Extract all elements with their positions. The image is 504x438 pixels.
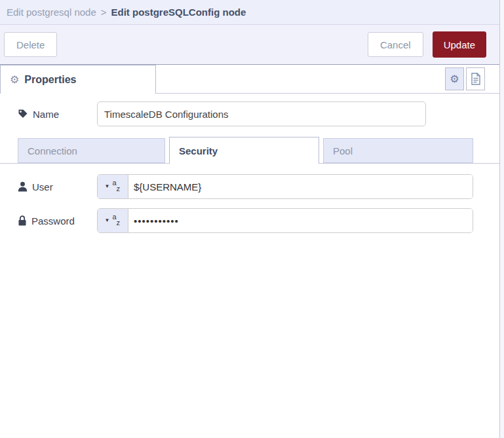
chevron-down-icon: ▼ xyxy=(105,218,110,223)
update-button[interactable]: Update xyxy=(433,31,486,58)
edit-tray: Edit postgresql node > Edit postgreSQLCo… xyxy=(0,0,500,438)
editor-tab-strip: ⚙ Properties ⚙ xyxy=(0,65,499,94)
gear-icon: ⚙ xyxy=(450,73,459,85)
lock-icon xyxy=(18,215,27,226)
name-input[interactable] xyxy=(97,101,426,126)
password-row: Password ▼ a z xyxy=(18,208,499,233)
section-tabs: Connection Security Pool xyxy=(0,137,499,164)
document-icon xyxy=(471,73,481,85)
password-typed-input: ▼ a z xyxy=(97,208,473,233)
tab-connection[interactable]: Connection xyxy=(18,138,165,163)
user-label: User xyxy=(18,181,97,192)
chevron-down-icon: ▼ xyxy=(105,184,110,189)
password-input[interactable] xyxy=(128,209,473,232)
description-button[interactable] xyxy=(466,67,485,90)
edit-config-dialog: Edit postgresql node > Edit postgreSQLCo… xyxy=(0,0,504,438)
edit-properties-button[interactable]: ⚙ xyxy=(445,67,464,90)
string-type-icon: a z xyxy=(112,214,121,227)
tab-strip-actions: ⚙ xyxy=(445,67,485,90)
user-icon xyxy=(18,181,28,192)
string-type-icon: a z xyxy=(112,180,121,193)
breadcrumb-separator: > xyxy=(101,7,107,18)
user-row: User ▼ a z xyxy=(18,174,499,199)
cancel-button[interactable]: Cancel xyxy=(368,32,423,57)
node-config-form: Name Connection Security Pool xyxy=(0,94,499,233)
user-typed-input: ▼ a z xyxy=(97,174,473,199)
properties-tab-label: Properties xyxy=(24,74,76,86)
tab-security[interactable]: Security xyxy=(169,137,319,164)
breadcrumb-parent-link[interactable]: Edit postgresql node xyxy=(7,7,96,18)
gear-icon: ⚙ xyxy=(10,73,19,86)
scrollbar-track[interactable] xyxy=(500,0,504,438)
delete-button[interactable]: Delete xyxy=(4,32,57,57)
name-label: Name xyxy=(18,109,97,120)
breadcrumb-current: Edit postgreSQLConfig node xyxy=(111,7,246,18)
dialog-toolbar: Delete Cancel Update xyxy=(0,25,499,65)
tab-pool[interactable]: Pool xyxy=(323,138,473,163)
password-label: Password xyxy=(18,215,97,227)
user-type-select-button[interactable]: ▼ a z xyxy=(98,175,128,198)
password-type-select-button[interactable]: ▼ a z xyxy=(98,209,128,232)
breadcrumb: Edit postgresql node > Edit postgreSQLCo… xyxy=(0,0,499,25)
name-row: Name xyxy=(18,101,499,126)
user-input[interactable] xyxy=(128,175,473,198)
tab-properties[interactable]: ⚙ Properties xyxy=(0,65,156,94)
tag-icon xyxy=(18,109,28,119)
